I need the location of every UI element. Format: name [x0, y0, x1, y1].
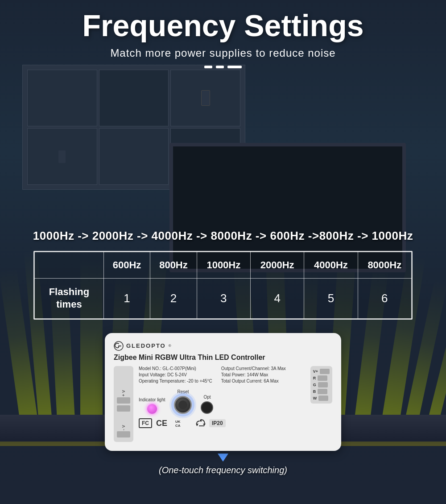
indicator-light — [147, 404, 157, 414]
ce-badge-icon: CE — [156, 418, 172, 428]
fc-badge: FC — [139, 418, 152, 428]
recycle-icon — [196, 418, 206, 428]
frequency-chain-label: 1000Hz -> 2000Hz -> 4000Hz -> 8000Hz -> … — [33, 229, 413, 243]
spec-col-right: Output Current/Channel: 3A Max Total Pow… — [221, 366, 286, 385]
svg-text:UK: UK — [175, 420, 181, 424]
page-subtitle: Match more power supplies to reduce nois… — [110, 47, 335, 59]
specs-section: Model NO.: GL-C-007P(Mini) Input Voltage… — [139, 366, 305, 428]
trademark: ® — [169, 344, 171, 348]
reset-button[interactable] — [174, 396, 192, 414]
table-header-2000hz: 2000Hz — [250, 252, 304, 278]
connector-3 — [117, 431, 130, 437]
spec-col-left: Model NO.: GL-C-007P(Mini) Input Voltage… — [139, 366, 212, 385]
indicator-label: Indicator light — [139, 397, 165, 402]
table-cell-2: 2 — [150, 278, 197, 318]
table-cell-3: 3 — [197, 278, 250, 318]
uk-ca-badge-icon: UK CA — [175, 418, 192, 428]
dot-3 — [227, 66, 242, 68]
arrow-down-icon — [218, 454, 228, 462]
reset-section: Reset — [174, 389, 192, 414]
spec-columns: Model NO.: GL-C-007P(Mini) Input Voltage… — [139, 366, 305, 385]
spec-output-current: Output Current/Channel: 3A Max — [221, 366, 286, 371]
spec-total-power: Total Power: 144W Max — [221, 372, 286, 377]
right-pin-connectors: V+ R G B W — [310, 366, 332, 404]
spec-model: Model NO.: GL-C-007P(Mini) — [139, 366, 212, 371]
card-header: GLEDOPTO ® — [114, 341, 332, 351]
ip20-badge: IP20 — [209, 419, 226, 427]
pin-v-plus: V+ — [313, 369, 330, 374]
certification-row: FC CE UK CA — [139, 418, 305, 428]
svg-text:CA: CA — [175, 424, 181, 428]
wire-label-positive: +V — [121, 370, 126, 396]
reset-button-inner — [178, 400, 187, 409]
table-header-row: 600Hz 800Hz 1000Hz 2000Hz 4000Hz 8000Hz — [35, 252, 412, 278]
pin-r: R — [313, 375, 328, 381]
dot-1 — [204, 66, 212, 68]
table-header-1000hz: 1000Hz — [197, 252, 250, 278]
dot-2 — [216, 66, 224, 68]
spec-total-output: Total Output Current: 6A Max — [221, 379, 286, 383]
main-content: Frequency Settings Match more power supp… — [0, 0, 446, 475]
arrow-down-container — [218, 454, 228, 462]
frequency-table-wrapper: 600Hz 800Hz 1000Hz 2000Hz 4000Hz 8000Hz … — [33, 251, 413, 320]
wire-label-negative: -V — [121, 412, 126, 430]
table-header-4000hz: 4000Hz — [304, 252, 358, 278]
controls-row: Indicator light Reset Opt — [139, 389, 305, 414]
table-cell-5: 5 — [304, 278, 358, 318]
spec-voltage: Input Voltage: DC 5-24V — [139, 372, 212, 377]
frequency-table: 600Hz 800Hz 1000Hz 2000Hz 4000Hz 8000Hz … — [34, 252, 412, 319]
brand-logo-icon — [114, 341, 124, 351]
one-touch-label: (One-touch frequency switching) — [159, 465, 287, 475]
indicator-section: Indicator light — [139, 397, 165, 414]
pin-g: G — [313, 382, 328, 387]
connector-2 — [117, 405, 130, 412]
table-header-600hz: 600Hz — [103, 252, 150, 278]
divider-decoration — [204, 66, 242, 68]
page-title: Frequency Settings — [82, 9, 363, 42]
wire-connector-block: +V -V — [114, 366, 133, 442]
pin-w: W — [313, 396, 329, 401]
table-header-empty — [35, 252, 104, 278]
brand-name: GLEDOPTO — [126, 342, 166, 349]
connector-1 — [117, 397, 130, 404]
product-title: Zigbee Mini RGBW Ultra Thin LED Controll… — [114, 354, 332, 362]
table-cell-6: 6 — [358, 278, 411, 318]
controller-card: GLEDOPTO ® Zigbee Mini RGBW Ultra Thin L… — [105, 333, 341, 451]
table-cell-1: 1 — [103, 278, 150, 318]
opt-section: Opt — [201, 395, 213, 414]
table-header-8000hz: 8000Hz — [358, 252, 411, 278]
pin-b: B — [313, 389, 328, 394]
table-row-label: Flashingtimes — [35, 278, 104, 318]
reset-label: Reset — [177, 389, 189, 394]
opt-button[interactable] — [201, 401, 213, 414]
svg-text:CE: CE — [156, 419, 167, 428]
table-header-800hz: 800Hz — [150, 252, 197, 278]
table-data-row: Flashingtimes 1 2 3 4 5 6 — [35, 278, 412, 318]
opt-label: Opt — [203, 395, 211, 400]
table-cell-4: 4 — [250, 278, 304, 318]
spec-temp: Operating Temperature: -20 to +45°C — [139, 379, 212, 383]
